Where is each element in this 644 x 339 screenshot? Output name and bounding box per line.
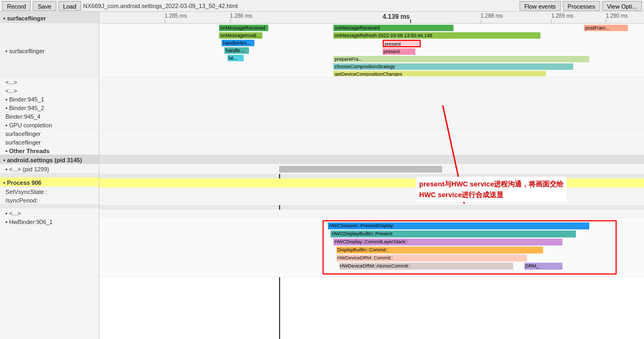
ruler-mark-2: 1.286 ms: [230, 13, 252, 19]
ruler-mark-5: 1.289 ms: [551, 13, 573, 19]
process-android-settings[interactable]: • android.settings (pid 3145): [0, 155, 99, 164]
thread-ellipsis-3[interactable]: • <...>: [0, 208, 99, 217]
trace-rows: onMessageReceived onMessageInvalidate ha…: [99, 24, 644, 339]
bar-present-outlined: present: [383, 40, 421, 47]
trace-row-other: [99, 146, 644, 155]
save-button[interactable]: Save: [33, 1, 56, 11]
toolbar: Record Save Load NX669J_com.android.sett…: [0, 0, 644, 12]
bar-postframe: postFram...: [584, 25, 627, 31]
thread-syncperiod[interactable]: /syncPeriod:: [0, 196, 99, 204]
load-button[interactable]: Load: [58, 1, 81, 11]
bar-onmessagereceived-left: onMessageReceived: [219, 25, 268, 31]
trace-row-sf3: [99, 138, 644, 146]
spacer-2: [0, 204, 99, 208]
process-906[interactable]: • Process 906: [0, 177, 99, 187]
trace-row-android-settings-header: [99, 155, 644, 164]
left-panel: • surfaceflinger • surfaceflinger <...> …: [0, 12, 99, 339]
bar-handlemessage: handleMes...: [222, 40, 254, 46]
main-area: • surfaceflinger • surfaceflinger <...> …: [0, 12, 644, 339]
thread-setvsync[interactable]: SetVsyncState :: [0, 187, 99, 196]
processes-button[interactable]: Processes: [563, 1, 600, 11]
bar-hwdevicedrm-commit: HWDeviceDRM::Commit::: [336, 255, 527, 262]
thread-surfaceflinger-main[interactable]: • surfaceflinger: [0, 24, 99, 77]
record-button[interactable]: Record: [2, 1, 31, 11]
bar-present-2: present: [383, 48, 415, 55]
bar-handlepageflip: handlePageFlip: [224, 47, 249, 54]
thread-ellipsis-1[interactable]: <...>: [0, 77, 99, 86]
thread-pid-1299[interactable]: • <...> (pid 1299): [0, 164, 99, 173]
bar-displaybuiltin: DisplayBuiltIn::Commit::: [336, 247, 544, 254]
annotation-text: present与HWC service进程沟通，将画面交给 HWC servic…: [416, 177, 567, 202]
thread-other-threads[interactable]: • Other Threads: [0, 146, 99, 155]
trace-row-sf2: [99, 129, 644, 138]
process-surfaceflinger[interactable]: • surfaceflinger: [0, 12, 99, 24]
thread-hwbinder-906-1[interactable]: • HwBinder:906_1: [0, 217, 99, 226]
file-name-label: NX669J_com.android.settings_2022-03-09_1…: [83, 3, 517, 9]
trace-row-surfaceflinger-main: onMessageReceived onMessageInvalidate ha…: [99, 24, 644, 77]
annotation-line1: present与HWC service进程沟通，将画面交给: [419, 180, 564, 188]
thread-binder-945-2[interactable]: • Binder:945_2: [0, 103, 99, 112]
thread-binder-945-4[interactable]: Binder:945_4: [0, 112, 99, 120]
thread-sf-3[interactable]: surfaceflinger: [0, 138, 99, 146]
trace-row-binder1: [99, 95, 644, 103]
trace-row-binder2: [99, 103, 644, 112]
bar-hwcdisplay: HWCDisplay::CommitLayerStack::: [333, 239, 562, 246]
bar-choosecomposition: chooseCompositionStrategy: [333, 63, 573, 70]
trace-panel[interactable]: 1.285 ms 1.286 ms 4.139 ms 1.288 ms 1.28…: [99, 12, 644, 339]
trace-row-gpu: [99, 120, 644, 129]
bar-onmessageinvalidate: onMessageInvalidate: [219, 32, 262, 39]
trace-row-ellipsis-1: [99, 77, 644, 86]
trace-row-ellipsis-2: [99, 86, 644, 95]
spacer-1: [0, 173, 99, 177]
thread-gpu-completion[interactable]: • GPU completion: [0, 120, 99, 129]
bar-hwdevicedrm-atomic: HWDeviceDRM::AtomicCommit::: [339, 263, 514, 270]
spacer-row-2: [99, 205, 644, 210]
bar-lat: lat...: [228, 55, 244, 61]
annotation-line2: HWC service进行合成送显: [419, 191, 503, 199]
thread-binder-945-1[interactable]: • Binder:945_1: [0, 95, 99, 103]
bar-hwcdisplaybuiltin: HWCDisplayBuiltIn::Present:: [331, 230, 576, 237]
bar-onmessagereceived-right: onMessageReceived: [333, 25, 453, 31]
ruler-mark-center: 4.139 ms: [383, 13, 410, 20]
thread-ellipsis-2[interactable]: <...>: [0, 86, 99, 95]
view-options-button[interactable]: View Opti...: [602, 1, 642, 11]
trace-row-binder4: [99, 112, 644, 120]
bar-onmessagerefresh: onMessageRefresh-2022-03-09 13:50:44.148: [333, 32, 540, 39]
trace-row-pid-1299: [99, 164, 644, 174]
bar-hwcsession: HWCSession::PresentDisplay:: [328, 222, 589, 229]
ruler-mark-1: 1.285 ms: [165, 13, 187, 19]
thread-sf-2[interactable]: surfaceflinger: [0, 129, 99, 138]
ruler-mark-6: 1.290 ms: [606, 13, 628, 19]
bar-getdevice: getDeviceCompositionChanges: [333, 71, 546, 76]
bar-drm: DRM_: [524, 263, 562, 270]
time-ruler: 1.285 ms 1.286 ms 4.139 ms 1.288 ms 1.28…: [99, 12, 644, 24]
flow-events-button[interactable]: Flow events: [519, 1, 561, 11]
bar-preparefra: prepareFra...: [333, 56, 589, 62]
bar-pid1299: [279, 166, 443, 172]
ruler-mark-4: 1.288 ms: [481, 13, 503, 19]
trace-row-hwbinder: HWCSession::PresentDisplay: HWCDisplayBu…: [99, 218, 644, 277]
trace-row-ellipsis-3: [99, 210, 644, 218]
